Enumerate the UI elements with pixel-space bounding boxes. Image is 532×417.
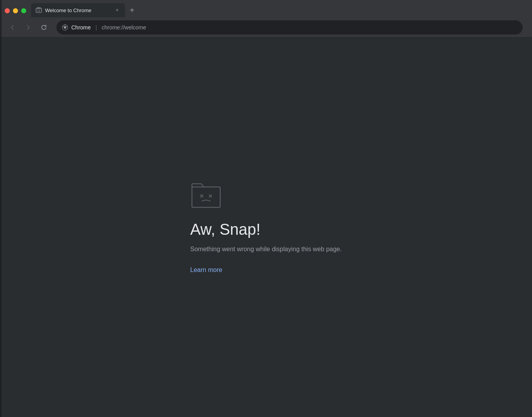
svg-rect-0 xyxy=(36,8,42,13)
reload-icon xyxy=(41,24,47,31)
error-description: Something went wrong while displaying th… xyxy=(190,245,342,254)
tab-close-button[interactable]: × xyxy=(114,7,120,13)
back-button[interactable] xyxy=(6,21,19,34)
svg-point-3 xyxy=(40,10,40,11)
tab-title: Welcome to Chrome xyxy=(45,7,111,13)
nav-bar: Chrome | chrome://welcome xyxy=(0,17,532,38)
address-site-name: Chrome xyxy=(71,24,91,31)
window-controls xyxy=(5,8,26,17)
forward-icon xyxy=(25,24,31,31)
error-title: Aw, Snap! xyxy=(190,221,261,238)
svg-rect-9 xyxy=(192,187,220,207)
active-tab[interactable]: Welcome to Chrome × xyxy=(31,3,125,17)
error-container: Aw, Snap! Something went wrong while dis… xyxy=(190,181,342,274)
title-bar: Welcome to Chrome × + xyxy=(0,0,532,17)
back-icon xyxy=(9,24,16,31)
sad-folder-icon xyxy=(190,181,222,210)
address-url: chrome://welcome xyxy=(101,24,146,31)
learn-more-link[interactable]: Learn more xyxy=(190,267,223,274)
new-tab-button[interactable]: + xyxy=(127,5,138,16)
address-bar[interactable]: Chrome | chrome://welcome xyxy=(56,20,523,34)
close-button[interactable] xyxy=(5,8,10,13)
error-icon xyxy=(190,181,222,211)
maximize-button[interactable] xyxy=(21,8,26,13)
tab-favicon-icon xyxy=(36,7,42,13)
svg-line-7 xyxy=(63,26,64,27)
main-content: Aw, Snap! Something went wrong while dis… xyxy=(0,38,532,417)
forward-button[interactable] xyxy=(22,21,34,34)
tabs-area: Welcome to Chrome × + xyxy=(31,3,532,17)
address-separator: | xyxy=(96,24,97,31)
svg-point-2 xyxy=(38,10,38,11)
svg-line-8 xyxy=(66,26,68,27)
reload-button[interactable] xyxy=(38,21,50,34)
svg-point-5 xyxy=(64,26,66,29)
chrome-logo-icon xyxy=(62,24,68,31)
minimize-button[interactable] xyxy=(13,8,18,13)
